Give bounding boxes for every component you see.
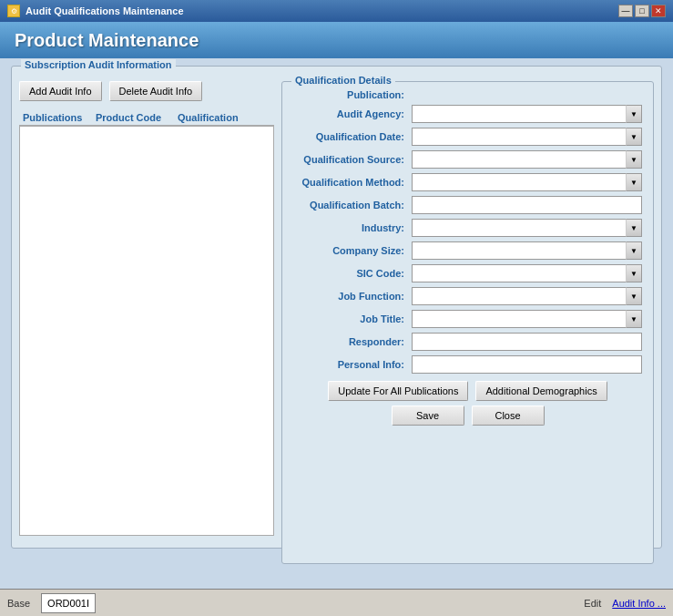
personal-info-label: Personal Info:	[293, 359, 412, 370]
title-bar-left: ⚙ Audit Qualifications Maintenance	[7, 5, 184, 17]
company-size-wrapper: ▼	[412, 241, 642, 260]
status-bar: Base ORD001I Edit Audit Info ...	[0, 589, 673, 616]
qualification-details-panel: Qualification Details Publication: Audit…	[281, 81, 654, 564]
qualification-source-label: Qualification Source:	[293, 154, 412, 165]
list-header: Publications Product Code Qualification	[19, 110, 274, 126]
window-controls: — □ ✕	[618, 5, 666, 17]
industry-select[interactable]	[412, 219, 642, 237]
qualification-source-row: Qualification Source: ▼	[293, 150, 642, 169]
status-mode-label: Base	[7, 598, 30, 609]
close-button[interactable]: ✕	[651, 5, 666, 17]
close-button-form[interactable]: Close	[472, 406, 545, 426]
qualification-date-row: Qualification Date: ▼	[293, 128, 642, 146]
industry-label: Industry:	[293, 222, 412, 233]
main-window: Product Maintenance Subscription Audit I…	[0, 22, 673, 616]
job-title-wrapper: ▼	[412, 310, 642, 328]
sic-code-label: SIC Code:	[293, 268, 412, 279]
status-bar-right: Edit Audit Info ...	[584, 598, 666, 609]
window-title: Audit Qualifications Maintenance	[25, 5, 184, 16]
list-body[interactable]	[19, 126, 274, 536]
status-value-text: ORD001I	[47, 598, 89, 609]
qualification-source-select[interactable]	[412, 150, 642, 169]
qualification-method-wrapper: ▼	[412, 173, 642, 191]
delete-audit-info-button[interactable]: Delete Audit Info	[109, 81, 203, 101]
qualification-method-row: Qualification Method: ▼	[293, 173, 642, 191]
audit-agency-label: Audit Agency:	[293, 108, 412, 119]
responder-row: Responder:	[293, 333, 642, 351]
qualification-date-label: Qualification Date:	[293, 131, 412, 142]
col-product-code[interactable]: Product Code	[96, 112, 178, 123]
left-panel-buttons: Add Audit Info Delete Audit Info	[19, 81, 274, 101]
maximize-button[interactable]: □	[635, 5, 649, 17]
company-size-row: Company Size: ▼	[293, 241, 642, 260]
bottom-buttons-row2: Save Close	[293, 406, 642, 426]
sic-code-select[interactable]	[412, 264, 642, 282]
panels-layout: Add Audit Info Delete Audit Info Publica…	[19, 81, 654, 564]
title-bar: ⚙ Audit Qualifications Maintenance — □ ✕	[0, 0, 673, 22]
industry-wrapper: ▼	[412, 219, 642, 237]
job-function-wrapper: ▼	[412, 287, 642, 305]
responder-label: Responder:	[293, 336, 412, 347]
col-publications[interactable]: Publications	[23, 112, 96, 123]
job-title-row: Job Title: ▼	[293, 310, 642, 328]
sic-code-row: SIC Code: ▼	[293, 264, 642, 282]
audit-info-link[interactable]: Audit Info ...	[612, 598, 666, 609]
publication-label: Publication:	[293, 89, 412, 100]
content-area: Subscription Audit Information Add Audit…	[0, 58, 673, 589]
job-function-select[interactable]	[412, 287, 642, 305]
sic-code-wrapper: ▼	[412, 264, 642, 282]
minimize-button[interactable]: —	[618, 5, 633, 17]
company-size-label: Company Size:	[293, 245, 412, 256]
job-title-select[interactable]	[412, 310, 642, 328]
qualification-batch-label: Qualification Batch:	[293, 200, 412, 210]
job-function-label: Job Function:	[293, 291, 412, 302]
qualification-source-wrapper: ▼	[412, 150, 642, 169]
page-title: Product Maintenance	[0, 22, 673, 58]
bottom-buttons-row1: Update For All Publications Additional D…	[293, 381, 642, 401]
company-size-select[interactable]	[412, 241, 642, 260]
job-function-row: Job Function: ▼	[293, 287, 642, 305]
qualification-date-select[interactable]	[412, 128, 642, 146]
qualification-batch-input[interactable]	[412, 196, 642, 214]
publication-row: Publication:	[293, 89, 642, 100]
audit-agency-select[interactable]	[412, 105, 642, 123]
audit-agency-wrapper: ▼	[412, 105, 642, 123]
job-title-label: Job Title:	[293, 313, 412, 324]
update-for-all-button[interactable]: Update For All Publications	[328, 381, 468, 401]
status-value: ORD001I	[41, 593, 96, 613]
subscription-group-legend: Subscription Audit Information	[21, 59, 176, 70]
industry-row: Industry: ▼	[293, 219, 642, 237]
add-audit-info-button[interactable]: Add Audit Info	[19, 81, 102, 101]
qualification-details-legend: Qualification Details	[291, 75, 395, 86]
status-state: Edit	[584, 598, 601, 609]
responder-input[interactable]	[412, 333, 642, 351]
left-panel: Add Audit Info Delete Audit Info Publica…	[19, 81, 274, 564]
save-button[interactable]: Save	[392, 406, 464, 426]
additional-demographics-button[interactable]: Additional Demographics	[475, 381, 607, 401]
col-qualification[interactable]: Qualification	[178, 112, 270, 123]
personal-info-input[interactable]	[412, 355, 642, 374]
personal-info-row: Personal Info:	[293, 355, 642, 374]
audit-agency-row: Audit Agency: ▼	[293, 105, 642, 123]
qualification-method-select[interactable]	[412, 173, 642, 191]
qualification-batch-row: Qualification Batch:	[293, 196, 642, 214]
qualification-date-wrapper: ▼	[412, 128, 642, 146]
qualification-method-label: Qualification Method:	[293, 177, 412, 188]
subscription-group: Subscription Audit Information Add Audit…	[11, 66, 662, 549]
app-icon: ⚙	[7, 5, 20, 17]
